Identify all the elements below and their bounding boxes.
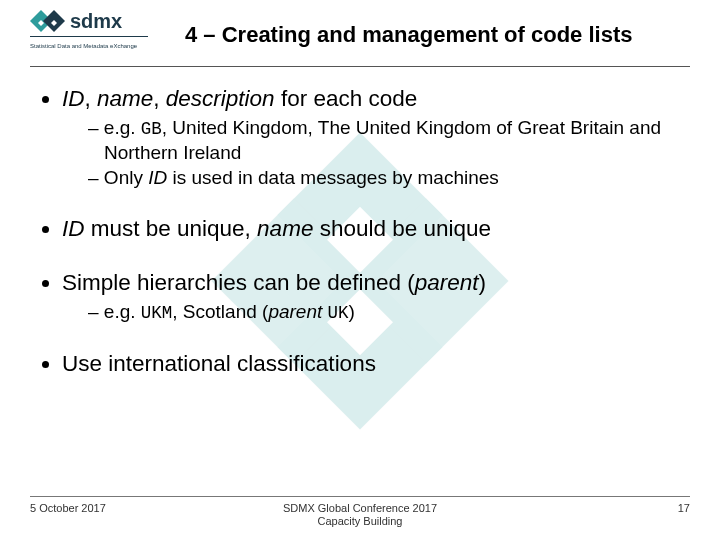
- slide-header: sdmx Statistical Data and Metadata eXcha…: [30, 0, 690, 67]
- sdmx-logo: sdmx Statistical Data and Metadata eXcha…: [30, 6, 148, 58]
- bullet-item: Use international classifications: [62, 350, 680, 377]
- slide-title: 4 – Creating and management of code list…: [185, 22, 632, 48]
- sub-bullet-list: e.g. UKM, Scotland (parent UK): [62, 300, 680, 324]
- logo-wordmark: sdmx: [70, 10, 122, 32]
- bullet-item: Simple hierarchies can be defined (paren…: [62, 269, 680, 325]
- slide-footer: 5 October 2017 SDMX Global Conference 20…: [0, 496, 720, 528]
- sub-bullet-list: e.g. GB, United Kingdom, The United King…: [62, 116, 680, 189]
- bullet-item: ID must be unique, name should be unique: [62, 215, 680, 242]
- bullet-list: ID, name, description for each codee.g. …: [40, 85, 680, 378]
- logo-tagline: Statistical Data and Metadata eXchange: [30, 43, 138, 49]
- sub-bullet-item: e.g. GB, United Kingdom, The United King…: [88, 116, 680, 164]
- sub-bullet-item: Only ID is used in data messages by mach…: [88, 166, 680, 189]
- footer-page-number: 17: [470, 502, 690, 514]
- svg-rect-10: [30, 36, 148, 37]
- footer-center: SDMX Global Conference 2017 Capacity Bui…: [250, 502, 470, 528]
- slide-content: ID, name, description for each codee.g. …: [40, 85, 680, 378]
- sub-bullet-item: e.g. UKM, Scotland (parent UK): [88, 300, 680, 324]
- bullet-item: ID, name, description for each codee.g. …: [62, 85, 680, 189]
- footer-date: 5 October 2017: [30, 502, 250, 514]
